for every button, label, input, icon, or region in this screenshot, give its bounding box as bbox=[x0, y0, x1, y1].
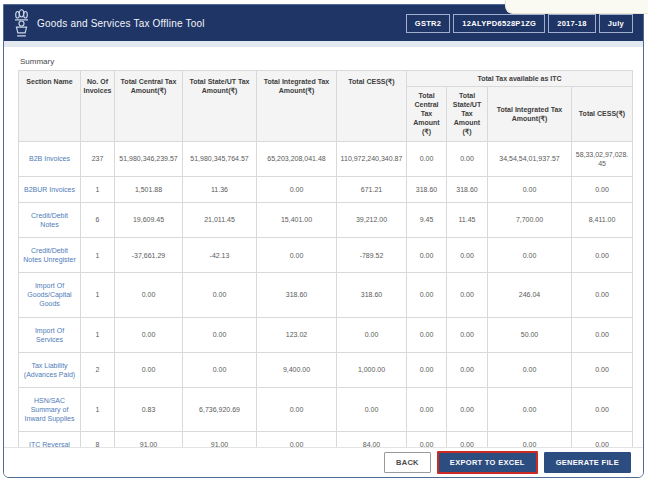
cell-integrated: 0.00 bbox=[257, 387, 337, 431]
cell-itc-central: 0.00 bbox=[407, 387, 447, 431]
section-link[interactable]: Credit/Debit Notes bbox=[19, 202, 81, 237]
cell-integrated: 0.00 bbox=[257, 238, 337, 273]
cell-integrated: 9,400.00 bbox=[257, 352, 337, 387]
cell-invoices: 6 bbox=[81, 202, 115, 237]
col-header-total-central-tax: Total Central Tax Amount(₹) bbox=[115, 71, 183, 142]
summary-table-head: Section Name No. Of Invoices Total Centr… bbox=[19, 71, 633, 142]
cell-itc-cess: 58,33,02,97,028.45 bbox=[572, 141, 633, 176]
col-header-itc-group: Total Tax available as ITC bbox=[407, 71, 633, 87]
cell-itc-cess: 0.00 bbox=[572, 273, 633, 317]
export-to-excel-button[interactable]: EXPORT TO EXCEL bbox=[437, 451, 538, 474]
cell-itc-central: 0.00 bbox=[407, 141, 447, 176]
section-link[interactable]: Import Of Services bbox=[19, 317, 81, 352]
cell-itc-central: 0.00 bbox=[407, 238, 447, 273]
col-header-total-cess: Total CESS(₹) bbox=[337, 71, 407, 142]
badge-financial-year: 2017-18 bbox=[548, 14, 596, 33]
col-header-total-integrated-tax: Total Integrated Tax Amount(₹) bbox=[257, 71, 337, 142]
col-header-total-state-tax: Total State/UT Tax Amount(₹) bbox=[183, 71, 257, 142]
cell-central: 1,501.88 bbox=[115, 176, 183, 202]
cell-invoices: 1 bbox=[81, 176, 115, 202]
cell-integrated: 123.02 bbox=[257, 317, 337, 352]
table-row: Tax Liability (Advances Paid)20.000.009,… bbox=[19, 352, 633, 387]
cell-itc-integrated: 50.00 bbox=[488, 317, 572, 352]
cell-itc-cess: 0.00 bbox=[572, 238, 633, 273]
cell-integrated: 15,401.00 bbox=[257, 202, 337, 237]
overlay-artifact bbox=[505, 0, 648, 14]
cell-cess: 0.00 bbox=[337, 317, 407, 352]
col-header-section-name: Section Name bbox=[19, 71, 81, 142]
cell-state: 0.00 bbox=[183, 273, 257, 317]
cell-cess: 671.21 bbox=[337, 176, 407, 202]
cell-invoices: 1 bbox=[81, 387, 115, 431]
cell-central: 0.00 bbox=[115, 273, 183, 317]
cell-central: 51,980,346,239.57 bbox=[115, 141, 183, 176]
cell-itc-integrated: 0.00 bbox=[488, 238, 572, 273]
cell-integrated: 65,203,208,041.48 bbox=[257, 141, 337, 176]
cell-state: 0.00 bbox=[183, 352, 257, 387]
cell-central: -37,661.29 bbox=[115, 238, 183, 273]
table-row: HSN/SAC Summary of Inward Supplies10.836… bbox=[19, 387, 633, 431]
section-link[interactable]: Tax Liability (Advances Paid) bbox=[19, 352, 81, 387]
summary-table-body: B2B Invoices23751,980,346,239.5751,980,3… bbox=[19, 141, 633, 478]
cell-state: 6,736,920.69 bbox=[183, 387, 257, 431]
col-header-itc-integrated: Total Integrated Tax Amount(₹) bbox=[488, 87, 572, 141]
app-window: Goods and Services Tax Offline Tool GSTR… bbox=[3, 4, 644, 478]
cell-itc-state: 0.00 bbox=[447, 387, 488, 431]
table-row: B2B Invoices23751,980,346,239.5751,980,3… bbox=[19, 141, 633, 176]
cell-itc-integrated: 0.00 bbox=[488, 387, 572, 431]
cell-itc-cess: 0.00 bbox=[572, 317, 633, 352]
cell-itc-central: 318.60 bbox=[407, 176, 447, 202]
cell-central: 0.00 bbox=[115, 352, 183, 387]
cell-cess: 1,000.00 bbox=[337, 352, 407, 387]
cell-itc-cess: 0.00 bbox=[572, 387, 633, 431]
cell-itc-cess: 8,411.00 bbox=[572, 202, 633, 237]
cell-invoices: 1 bbox=[81, 238, 115, 273]
cell-itc-state: 0.00 bbox=[447, 141, 488, 176]
cell-itc-cess: 0.00 bbox=[572, 176, 633, 202]
col-header-no-of-invoices: No. Of Invoices bbox=[81, 71, 115, 142]
section-link[interactable]: Import Of Goods/Capital Goods bbox=[19, 273, 81, 317]
col-header-itc-state: Total State/UT Tax Amount (₹) bbox=[447, 87, 488, 141]
cell-cess: 318.60 bbox=[337, 273, 407, 317]
back-button[interactable]: BACK bbox=[384, 452, 431, 473]
cell-invoices: 1 bbox=[81, 317, 115, 352]
cell-cess: 39,212.00 bbox=[337, 202, 407, 237]
cell-itc-central: 0.00 bbox=[407, 273, 447, 317]
badge-gstin: 12ALYPD6528P1ZG bbox=[453, 14, 545, 33]
cell-central: 0.83 bbox=[115, 387, 183, 431]
cell-itc-central: 0.00 bbox=[407, 317, 447, 352]
col-header-itc-cess: Total CESS(₹) bbox=[572, 87, 633, 141]
cell-itc-state: 0.00 bbox=[447, 273, 488, 317]
cell-state: 0.00 bbox=[183, 317, 257, 352]
section-link[interactable]: Credit/Debit Notes Unregister bbox=[19, 238, 81, 273]
section-link[interactable]: HSN/SAC Summary of Inward Supplies bbox=[19, 387, 81, 431]
cell-itc-integrated: 0.00 bbox=[488, 352, 572, 387]
cell-itc-cess: 0.00 bbox=[572, 352, 633, 387]
cell-integrated: 318.60 bbox=[257, 273, 337, 317]
content-area: Summary Section Name No. Of Invoices Tot… bbox=[4, 47, 643, 478]
table-row: B2BUR Invoices11,501.8811.360.00671.2131… bbox=[19, 176, 633, 202]
header-badges: GSTR2 12ALYPD6528P1ZG 2017-18 July bbox=[406, 14, 633, 33]
cell-itc-state: 0.00 bbox=[447, 352, 488, 387]
cell-itc-central: 9.45 bbox=[407, 202, 447, 237]
badge-tax-period: July bbox=[599, 14, 633, 33]
cell-itc-state: 0.00 bbox=[447, 317, 488, 352]
cell-itc-state: 11.45 bbox=[447, 202, 488, 237]
cell-state: 51,980,345,764.57 bbox=[183, 141, 257, 176]
cell-state: -42.13 bbox=[183, 238, 257, 273]
app-title: Goods and Services Tax Offline Tool bbox=[37, 18, 205, 29]
cell-invoices: 2 bbox=[81, 352, 115, 387]
section-link[interactable]: B2B Invoices bbox=[19, 141, 81, 176]
summary-table: Section Name No. Of Invoices Total Centr… bbox=[18, 70, 633, 478]
cell-itc-integrated: 7,700.00 bbox=[488, 202, 572, 237]
table-row: Credit/Debit Notes619,609.4521,011.4515,… bbox=[19, 202, 633, 237]
cell-invoices: 1 bbox=[81, 273, 115, 317]
generate-file-button[interactable]: GENERATE FILE bbox=[544, 452, 631, 473]
cell-itc-state: 0.00 bbox=[447, 238, 488, 273]
section-link[interactable]: B2BUR Invoices bbox=[19, 176, 81, 202]
cell-cess: -789.52 bbox=[337, 238, 407, 273]
cell-cess: 110,972,240,340.87 bbox=[337, 141, 407, 176]
cell-itc-central: 0.00 bbox=[407, 352, 447, 387]
table-row: Import Of Goods/Capital Goods10.000.0031… bbox=[19, 273, 633, 317]
badge-return-type: GSTR2 bbox=[406, 14, 451, 33]
